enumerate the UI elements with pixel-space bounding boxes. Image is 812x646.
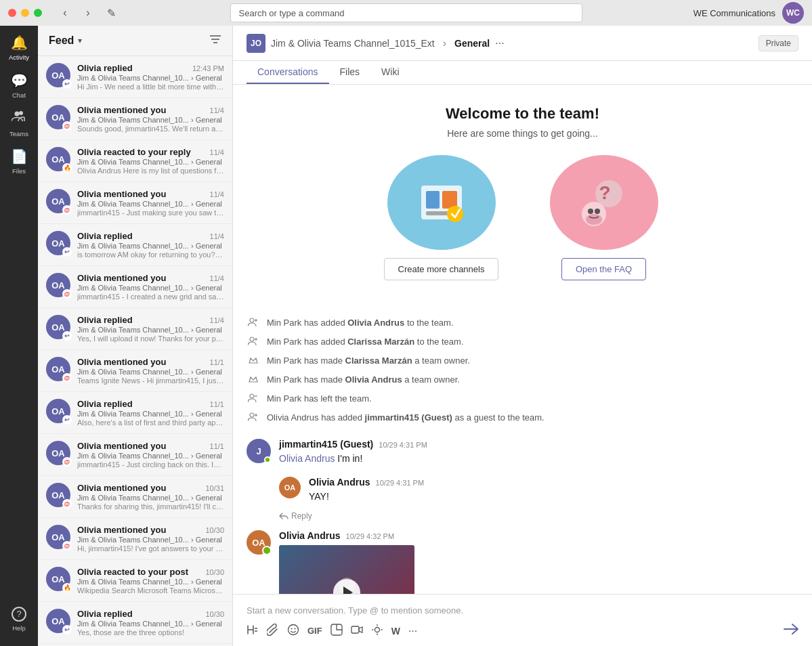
back-button[interactable]: ‹ [56,3,74,22]
user-avatar[interactable]: WC [782,2,804,24]
edit-button[interactable]: ✎ [102,3,121,22]
list-item[interactable]: OA ↩ Olivia replied 11/1 Jim & Olivia Te… [38,392,232,434]
files-icon: 📄 [11,148,28,165]
feed-item-sub: Jim & Olivia Teams Channel_10... › Gener… [77,200,224,208]
feed-item-sub: Jim & Olivia Teams Channel_10... › Gener… [77,620,224,628]
sidebar-item-activity[interactable]: 🔔 Activity [1,28,37,66]
sidebar-item-help[interactable]: ? Help [1,600,37,638]
wiki-icon[interactable]: W [391,626,400,637]
svg-point-32 [291,628,293,629]
sidebar-item-teams[interactable]: Teams [1,104,37,142]
feed-avatar: OA @ [46,357,70,381]
tab-wiki[interactable]: Wiki [370,61,410,84]
list-item[interactable]: OA @ Olivia mentioned you 10/31 Jim & Ol… [38,476,232,518]
attach-icon[interactable] [267,624,279,639]
list-item[interactable]: OA 🔥 Olivia reacted to your post 10/30 J… [38,560,232,602]
svg-point-20 [250,337,254,341]
message-header-olivia: Olivia Andrus 10/29 4:32 PM [279,530,798,541]
feed-item-time: 11/4 [210,316,224,324]
format-icon[interactable] [247,624,259,638]
sidebar-item-files[interactable]: 📄 Files [1,142,37,180]
feed-item-text: jimmartin415 - I created a new grid and … [77,293,224,301]
welcome-subtitle: Here are some things to get going... [247,128,798,139]
sticker-icon[interactable] [330,624,343,639]
svg-point-1 [15,112,20,116]
feed-item-top: Olivia mentioned you 10/30 [77,525,224,535]
feed-item-sub: Jim & Olivia Teams Channel_10... › Gener… [77,326,224,334]
feed-item-text: Hi, jimmartin415! I've got answers to yo… [77,544,224,553]
message-author-olivia: Olivia Andrus [279,530,341,541]
fullscreen-button[interactable] [34,9,42,17]
list-item[interactable]: OA @ Olivia mentioned you 10/30 Jim & Ol… [38,518,232,560]
list-item[interactable]: OA @ Olivia mentioned you 11/4 Jim & Oli… [38,98,232,140]
feed-item-text: Yes, I will upload it now! Thanks for yo… [77,335,224,343]
list-item[interactable]: OA @ Olivia mentioned you 11/4 Jim & Oli… [38,266,232,308]
feed-item-name: Olivia mentioned you [77,357,166,367]
feed-avatar: OA ↩ [46,399,70,423]
reply-group: OA Olivia Andrus 10/29 4:31 PM YAY! [233,473,812,508]
feed-item-time: 12:43 PM [192,64,224,72]
filter-icon[interactable] [209,34,221,47]
reply-button[interactable]: Reply [279,511,798,521]
welcome-card-channels: Create more channels [374,155,509,280]
feed-item-text: is tomorrow AM okay for returning to you… [77,251,224,259]
compose-hint[interactable]: Start a new conversation. Type @ to ment… [247,601,798,622]
list-item[interactable]: OA @ Olivia mentioned you 11/1 Jim & Oli… [38,350,232,392]
minimize-button[interactable] [21,9,29,17]
brightness-icon[interactable] [371,624,383,639]
activity-icon: 🔔 [11,35,28,51]
feed-item-time: 11/4 [210,274,224,282]
channel-more-icon[interactable]: ··· [495,37,504,49]
faq-illustration: ? [550,155,658,250]
open-faq-button[interactable]: Open the FAQ [561,258,646,280]
sidebar-label-teams: Teams [9,130,28,137]
message-avatar-olivia: OA [247,530,271,555]
more-tools-icon[interactable]: ··· [408,625,417,637]
tab-files[interactable]: Files [329,61,371,84]
traffic-lights [8,9,42,17]
message-time: 10/29 4:31 PM [379,441,427,449]
forward-button[interactable]: › [79,3,98,22]
svg-point-0 [19,111,23,115]
reply-author: Olivia Andrus [309,477,370,488]
badge-icon: @ [62,499,72,509]
svg-point-23 [250,394,254,398]
compose-toolbar: GIF W ··· [247,622,798,639]
activity-text: Olivia Andrus has added jimmartin415 (Gu… [267,412,544,423]
reply-avatar: OA [279,477,301,498]
feed-item-time: 11/4 [210,190,224,198]
video-icon[interactable] [351,625,363,637]
list-item[interactable]: OA ↩ Olivia replied 11/4 Jim & Olivia Te… [38,224,232,266]
create-channels-button[interactable]: Create more channels [384,258,499,280]
feed-item-sub: Jim & Olivia Teams Channel_10... › Gener… [77,536,224,544]
video-player[interactable] [279,545,414,594]
list-item[interactable]: OA @ Olivia mentioned you 11/1 Jim & Oli… [38,434,232,476]
feed-item-text: Also, here's a list of first and third p… [77,418,224,427]
activity-text: Min Park has added Olivia Andrus to the … [267,318,454,328]
list-item[interactable]: OA 🔥 Olivia reacted to your reply 11/4 J… [38,140,232,182]
close-button[interactable] [8,9,16,17]
search-bar[interactable]: Search or type a command [230,3,582,22]
feed-item-name: Olivia mentioned you [77,483,166,493]
emoji-icon[interactable] [287,624,299,639]
feed-item-time: 11/4 [210,232,224,240]
tab-conversations[interactable]: Conversations [247,61,329,84]
list-item[interactable]: OA ↩ Olivia replied 11/4 Jim & Olivia Te… [38,308,232,350]
feed-chevron-icon[interactable]: ▾ [78,36,82,45]
feed-item-content: Olivia mentioned you 11/4 Jim & Olivia T… [77,273,224,301]
list-item[interactable]: OA @ Olivia mentioned you 11/4 Jim & Oli… [38,182,232,224]
feed-avatar: OA ↩ [46,315,70,339]
giphy-icon[interactable]: GIF [307,626,322,636]
welcome-title: Welcome to the team! [247,105,798,123]
feed-item-time: 11/4 [210,148,224,156]
feed-item-name: Olivia reacted to your post [77,567,188,577]
send-button[interactable] [784,622,798,639]
list-item[interactable]: OA ↩ Olivia replied 12:43 PM Jim & Olivi… [38,56,232,98]
feed-avatar: OA @ [46,483,70,507]
feed-item-top: Olivia mentioned you 10/31 [77,483,224,493]
sidebar-item-chat[interactable]: 💬 Chat [1,66,37,104]
list-item[interactable]: OA ↩ Olivia replied 10/30 Jim & Olivia T… [38,602,232,644]
feed-item-top: Olivia replied 11/1 [77,399,224,409]
feed-item-time: 10/30 [205,610,224,618]
feed-avatar: OA @ [46,441,70,465]
